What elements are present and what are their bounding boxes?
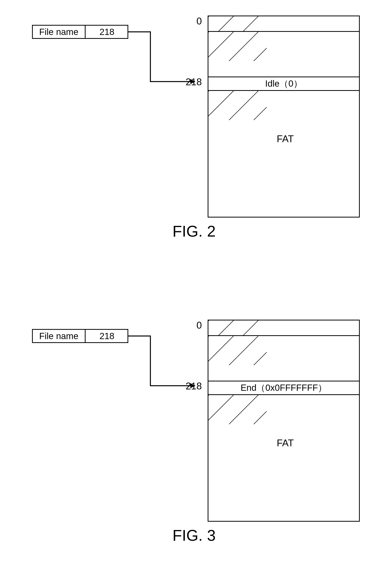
fat-top-index-fig2: 0 — [186, 15, 202, 27]
file-entry-fig2: File name 218 — [32, 25, 128, 39]
file-entry-cluster-cell-fig3: 218 — [86, 330, 128, 342]
file-entry-cluster-cell: 218 — [86, 26, 128, 38]
file-entry-cluster: 218 — [99, 27, 115, 37]
fat-row-218-fig3: End（0x0FFFFFFF） — [208, 381, 359, 394]
fat-row-0-fig3 — [208, 321, 359, 335]
caption-fig3: FIG. 3 — [136, 527, 252, 544]
file-entry-label-fig3: File name — [39, 331, 78, 341]
file-entry-label-cell: File name — [33, 26, 86, 38]
fat-top-index-fig3: 0 — [186, 320, 202, 331]
fat-row-218-fig2: Idle（0） — [208, 77, 359, 90]
fat-area-label-fig2: FAT — [272, 132, 299, 146]
fat-target-index-fig2: 218 — [182, 76, 202, 88]
fat-block-upper-fig3 — [208, 335, 359, 381]
file-entry-label: File name — [39, 27, 78, 37]
svg-rect-6 — [208, 395, 267, 424]
fat-table-fig2: Idle（0） — [208, 15, 360, 218]
fat-row-218-value-fig2: Idle（0） — [265, 78, 302, 90]
fat-row-0-fig2 — [208, 16, 359, 31]
svg-rect-3 — [208, 91, 267, 120]
fat-area-label-fig3: FAT — [272, 436, 299, 450]
file-entry-label-cell-fig3: File name — [33, 330, 86, 342]
fat-block-upper-fig2 — [208, 31, 359, 77]
file-entry-cluster-fig3: 218 — [99, 331, 115, 341]
caption-fig2: FIG. 2 — [136, 222, 252, 240]
fat-block-lower-fig3 — [208, 394, 359, 521]
file-entry-fig3: File name 218 — [32, 329, 128, 343]
fat-table-fig3: End（0x0FFFFFFF） — [208, 320, 360, 522]
fat-target-index-fig3: 218 — [182, 381, 202, 392]
svg-rect-2 — [208, 32, 267, 61]
fat-block-lower-fig2 — [208, 90, 359, 217]
fat-row-218-value-fig3: End（0x0FFFFFFF） — [241, 382, 327, 394]
svg-rect-5 — [208, 336, 267, 365]
